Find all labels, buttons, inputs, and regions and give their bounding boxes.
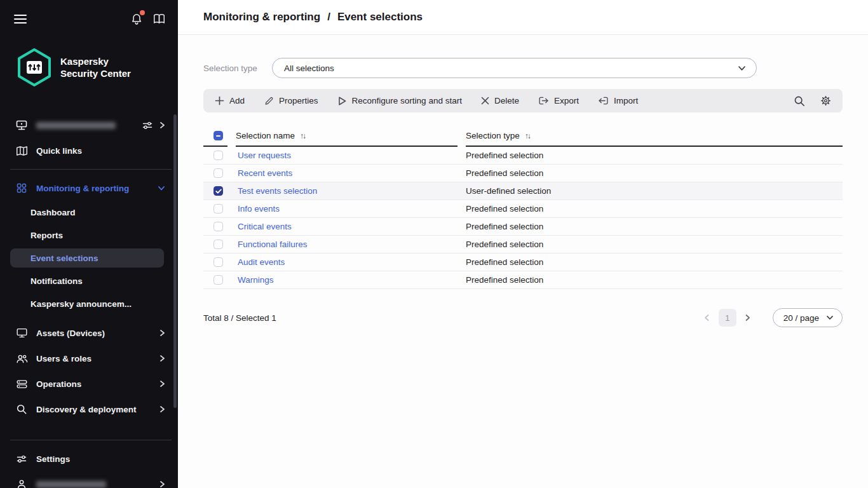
search-icon[interactable]: [794, 95, 805, 107]
user-icon: [15, 478, 28, 488]
sidebar-item-event-selections[interactable]: Event selections: [10, 248, 164, 268]
table-row: Warnings Predefined selection: [203, 271, 843, 289]
sort-icon[interactable]: ↑↓: [300, 132, 305, 140]
selection-link[interactable]: Test events selection: [238, 186, 317, 196]
sort-icon[interactable]: ↑↓: [525, 132, 530, 140]
hamburger-menu-icon[interactable]: [14, 14, 27, 24]
add-button[interactable]: Add: [215, 96, 245, 105]
selection-link[interactable]: Warnings: [238, 275, 274, 285]
table-header: Selection name ↑↓ Selection type ↑↓: [203, 126, 843, 147]
properties-label: Properties: [279, 96, 318, 105]
sidebar-item-label: Discovery & deployment: [36, 405, 137, 414]
sidebar-divider: [10, 169, 172, 170]
selection-type-value: Predefined selection: [466, 222, 843, 231]
row-checkbox[interactable]: [214, 204, 223, 214]
sidebar-item-discovery-deployment[interactable]: Discovery & deployment: [0, 396, 178, 422]
sidebar-item-label: Reports: [31, 231, 63, 240]
sidebar-divider: [10, 440, 172, 440]
table-row: Recent events Predefined selection: [203, 165, 843, 182]
selection-link[interactable]: Recent events: [238, 168, 292, 178]
notifications-bell-icon[interactable]: [131, 13, 142, 25]
sidebar-item-operations[interactable]: Operations: [0, 371, 178, 396]
redacted-server-name: [36, 122, 116, 129]
delete-label: Delete: [494, 96, 519, 105]
selection-link[interactable]: Info events: [238, 204, 280, 214]
selection-link[interactable]: Critical events: [238, 222, 292, 231]
map-icon: [15, 144, 28, 157]
reconfigure-sorting-button[interactable]: Reconfigure sorting and start: [337, 96, 462, 106]
column-header-selection-type[interactable]: Selection type ↑↓: [466, 126, 843, 147]
sidebar-item-label: Event selections: [31, 254, 98, 263]
server-icon: [15, 119, 28, 132]
sidebar-item-reports[interactable]: Reports: [0, 224, 178, 247]
sidebar-item-users-roles[interactable]: Users & roles: [0, 346, 178, 371]
selection-link[interactable]: Functional failures: [238, 240, 308, 249]
column-header-selection-name[interactable]: Selection name ↑↓: [236, 126, 458, 147]
page-header: Monitoring & reporting / Event selection…: [178, 0, 868, 35]
table-row: Critical events Predefined selection: [203, 218, 843, 236]
notification-dot: [140, 10, 145, 15]
table-footer: Total 8 / Selected 1 1 20 / page: [203, 308, 843, 327]
reconfigure-label: Reconfigure sorting and start: [352, 96, 462, 105]
delete-button[interactable]: Delete: [481, 96, 519, 105]
import-label: Import: [614, 96, 638, 105]
import-icon: [598, 96, 609, 105]
pagination: 1 20 / page: [699, 308, 843, 327]
next-page-icon[interactable]: [740, 314, 756, 322]
sidebar-item-label: Settings: [36, 454, 70, 464]
breadcrumb-section[interactable]: Monitoring & reporting: [203, 11, 320, 24]
chevron-right-icon: [159, 480, 165, 488]
selection-type-dropdown[interactable]: All selections: [272, 58, 757, 78]
sidebar-item-label: Notifications: [31, 276, 83, 286]
page-size-value: 20 / page: [783, 313, 819, 323]
row-checkbox[interactable]: [214, 240, 223, 249]
server-settings-sliders-icon[interactable]: [141, 119, 154, 132]
chevron-right-icon: [159, 121, 165, 129]
sidebar-item-administration-server[interactable]: [0, 112, 178, 138]
row-checkbox[interactable]: [214, 151, 223, 160]
sidebar: Kaspersky Security Center: [0, 0, 178, 488]
monitoring-grid-icon: [15, 182, 28, 194]
row-checkbox[interactable]: [214, 222, 223, 231]
table-row: Functional failures Predefined selection: [203, 236, 843, 254]
help-book-icon[interactable]: [153, 13, 165, 24]
app-window: Kaspersky Security Center: [0, 0, 868, 488]
page-size-dropdown[interactable]: 20 / page: [773, 308, 843, 327]
selection-type-value: Predefined selection: [466, 151, 843, 160]
sidebar-item-assets-devices[interactable]: Assets (Devices): [0, 320, 178, 346]
row-checkbox[interactable]: [214, 275, 223, 285]
selection-link[interactable]: Audit events: [238, 257, 285, 267]
play-icon: [337, 96, 347, 106]
previous-page-icon[interactable]: [699, 314, 715, 322]
selection-summary: Total 8 / Selected 1: [203, 313, 276, 323]
selection-type-value: Predefined selection: [466, 257, 843, 267]
export-icon: [538, 96, 549, 105]
selection-type-value: Predefined selection: [466, 204, 843, 214]
sidebar-item-dashboard[interactable]: Dashboard: [0, 201, 178, 224]
table-row: Info events Predefined selection: [203, 200, 843, 218]
sidebar-item-user-account[interactable]: [0, 471, 178, 488]
import-button[interactable]: Import: [598, 96, 638, 105]
table-row: Audit events Predefined selection: [203, 254, 843, 271]
sidebar-item-notifications[interactable]: Notifications: [0, 269, 178, 292]
gear-icon[interactable]: [820, 95, 831, 106]
kaspersky-hexagon-logo: [17, 48, 52, 87]
users-icon: [15, 352, 28, 365]
selection-link[interactable]: User requests: [238, 151, 291, 160]
sidebar-item-monitoring-reporting[interactable]: Monitoring & reporting: [0, 175, 178, 201]
current-page-button[interactable]: 1: [719, 309, 736, 327]
sidebar-item-label: Users & roles: [36, 354, 92, 363]
chevron-right-icon: [159, 355, 165, 362]
sidebar-scrollbar[interactable]: [173, 114, 177, 408]
sidebar-item-kaspersky-announcements[interactable]: Kaspersky announcem...: [0, 292, 178, 315]
row-checkbox-checked[interactable]: [214, 186, 223, 196]
properties-button[interactable]: Properties: [264, 96, 318, 106]
sidebar-item-label: Quick links: [36, 146, 82, 156]
row-checkbox[interactable]: [214, 257, 223, 267]
select-all-checkbox[interactable]: [214, 131, 223, 140]
sidebar-item-settings[interactable]: Settings: [0, 446, 178, 471]
export-button[interactable]: Export: [538, 96, 579, 105]
sidebar-item-quick-links[interactable]: Quick links: [0, 138, 178, 163]
table-row-selected: Test events selection User-defined selec…: [203, 182, 843, 200]
row-checkbox[interactable]: [214, 168, 223, 178]
